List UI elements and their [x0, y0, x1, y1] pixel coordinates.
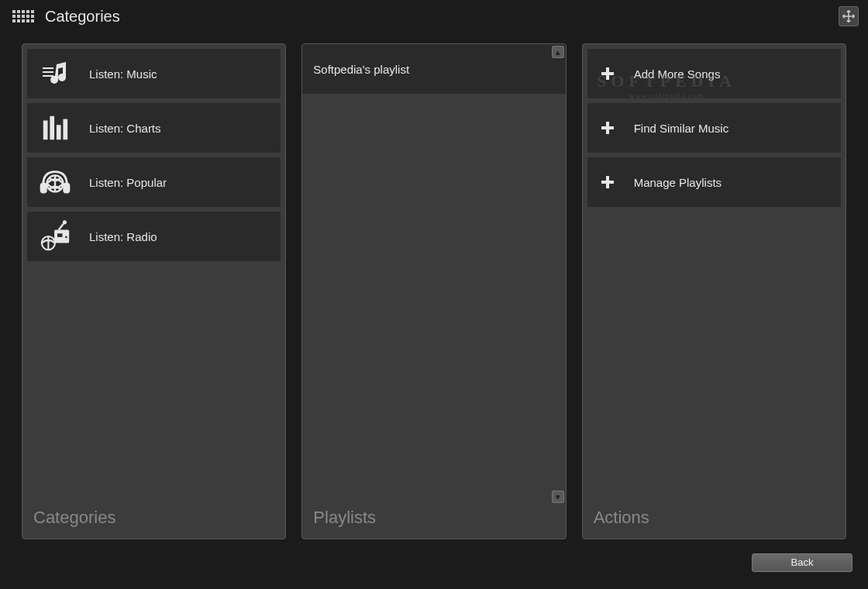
svg-rect-1 — [43, 71, 53, 73]
categories-body: Listen: Music Listen: Charts — [22, 44, 285, 500]
actions-panel: Add More Songs Find Similar Music Manage… — [582, 43, 846, 539]
action-item-label: Manage Playlists — [634, 176, 722, 189]
bar-chart-icon — [38, 111, 72, 145]
svg-rect-12 — [57, 232, 64, 238]
columns: Listen: Music Listen: Charts — [0, 28, 868, 547]
move-arrows-icon — [842, 9, 856, 23]
category-item-music[interactable]: Listen: Music — [27, 49, 281, 98]
radio-globe-icon — [38, 219, 72, 253]
svg-rect-6 — [63, 119, 67, 140]
playlists-panel: ▲ Softpedia's playlist Playlists ▼ — [301, 43, 566, 539]
action-add-more-songs[interactable]: Add More Songs — [587, 49, 841, 98]
topbar-left: Categories — [12, 8, 120, 26]
plus-icon — [598, 173, 617, 191]
back-button[interactable]: Back — [752, 553, 852, 572]
scroll-down-button[interactable]: ▼ — [552, 491, 564, 503]
category-item-label: Listen: Music — [89, 67, 157, 81]
svg-point-13 — [64, 236, 68, 239]
actions-footer: Actions — [583, 500, 846, 539]
playlist-item[interactable]: Softpedia's playlist — [302, 44, 565, 94]
svg-rect-18 — [601, 126, 614, 129]
category-item-popular[interactable]: Listen: Popular — [27, 157, 281, 207]
bottom-bar: Back — [0, 547, 868, 580]
svg-point-14 — [64, 221, 66, 223]
category-item-charts[interactable]: Listen: Charts — [27, 103, 281, 153]
playlists-footer: Playlists — [302, 500, 565, 539]
plus-icon — [598, 119, 617, 137]
svg-rect-20 — [601, 181, 614, 184]
chevron-up-icon: ▲ — [554, 48, 562, 57]
category-item-radio[interactable]: Listen: Radio — [27, 212, 281, 261]
scroll-up-button[interactable]: ▲ — [552, 46, 564, 58]
svg-rect-4 — [50, 116, 54, 140]
category-item-label: Listen: Radio — [89, 230, 157, 243]
chevron-down-icon: ▼ — [554, 493, 562, 501]
svg-rect-2 — [43, 75, 53, 77]
categories-panel: Listen: Music Listen: Charts — [22, 43, 286, 539]
category-item-label: Listen: Popular — [89, 176, 167, 189]
svg-rect-9 — [64, 184, 69, 192]
action-item-label: Find Similar Music — [634, 122, 729, 135]
action-manage-playlists[interactable]: Manage Playlists — [587, 157, 841, 207]
action-item-label: Add More Songs — [634, 67, 721, 81]
playlists-body: Softpedia's playlist — [302, 44, 565, 500]
grid-icon — [12, 10, 34, 22]
playlist-item-label: Softpedia's playlist — [313, 63, 409, 76]
action-find-similar-music[interactable]: Find Similar Music — [587, 103, 841, 153]
music-note-icon — [38, 57, 72, 91]
svg-rect-8 — [41, 184, 46, 192]
category-item-label: Listen: Charts — [89, 122, 161, 135]
topbar: Categories — [0, 0, 868, 28]
headphones-globe-icon — [38, 165, 72, 199]
categories-footer: Categories — [22, 500, 285, 539]
actions-body: Add More Songs Find Similar Music Manage… — [583, 44, 846, 500]
page-title: Categories — [45, 8, 120, 26]
svg-rect-5 — [57, 125, 61, 140]
move-window-button[interactable] — [839, 6, 859, 26]
svg-rect-16 — [601, 72, 614, 75]
plus-icon — [598, 64, 617, 83]
svg-rect-3 — [43, 121, 48, 140]
svg-rect-0 — [43, 67, 53, 69]
